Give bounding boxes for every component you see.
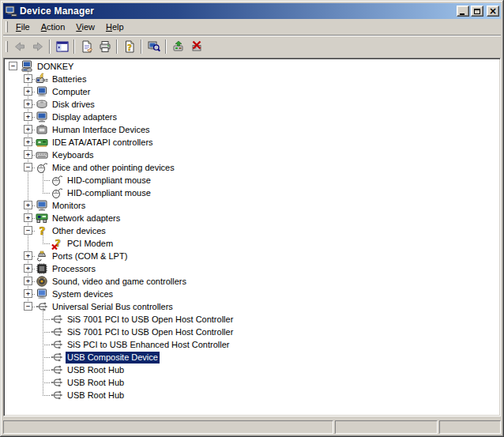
print-icon: [99, 40, 111, 53]
system-device-icon: [36, 288, 48, 300]
expand-toggle[interactable]: +: [24, 289, 32, 298]
hid-icon: [36, 123, 48, 136]
properties-button[interactable]: [77, 38, 96, 55]
usb-icon: [51, 313, 63, 326]
arrow-right-icon: [32, 40, 44, 53]
scan-hardware-button[interactable]: [145, 38, 163, 55]
tree-item: +System devices: [4, 288, 500, 300]
expand-toggle[interactable]: +: [24, 201, 32, 209]
ports-icon: [36, 250, 48, 262]
tree-item-label[interactable]: USB Composite Device: [66, 352, 160, 364]
keyboard-icon: [36, 149, 48, 161]
device-manager-window-icon[interactable]: [5, 5, 17, 17]
sound-icon: [36, 275, 48, 288]
expand-toggle[interactable]: +: [24, 213, 32, 222]
status-bar: [3, 416, 501, 434]
tree-item-label[interactable]: Other devices: [51, 225, 107, 237]
tree-item-label[interactable]: HID-compliant mouse: [66, 187, 152, 199]
tree-item: HID-compliant mouse: [4, 174, 500, 186]
mouse-icon: [36, 161, 48, 174]
tree-item-label[interactable]: Ports (COM & LPT): [51, 251, 129, 262]
tree-gutter: −: [21, 300, 36, 313]
status-pane-2: [439, 420, 501, 434]
tree-item-label[interactable]: PCI Modem: [66, 238, 115, 250]
usb-icon: [36, 300, 48, 313]
tree-item-label[interactable]: SiS 7001 PCI to USB Open Host Controller: [66, 326, 235, 338]
tree-item-label[interactable]: Universal Serial Bus controllers: [51, 301, 175, 313]
menu-action[interactable]: Action: [36, 20, 71, 34]
expand-toggle[interactable]: +: [24, 264, 32, 273]
expand-toggle[interactable]: +: [24, 112, 32, 121]
close-button[interactable]: ×: [487, 6, 499, 17]
expand-toggle[interactable]: +: [24, 100, 32, 108]
help-button[interactable]: ?: [120, 38, 138, 55]
tree-item-label[interactable]: Mice and other pointing devices: [51, 162, 176, 174]
tree-item-label[interactable]: USB Root Hub: [66, 390, 126, 401]
toolbar: ?: [3, 36, 501, 57]
mouse-icon: [51, 186, 63, 199]
tree-item-label[interactable]: Sound, video and game controllers: [51, 276, 188, 288]
tree-item-label[interactable]: USB Root Hub: [66, 377, 126, 389]
tree-item: USB Root Hub: [4, 364, 500, 376]
unknown-device-icon: ?: [36, 224, 48, 237]
expand-toggle[interactable]: +: [24, 277, 32, 285]
update-driver-button[interactable]: [169, 38, 187, 55]
tree-gutter: +: [21, 275, 36, 288]
tree-item-label[interactable]: Network adapters: [51, 213, 122, 224]
tree-gutter: +: [21, 250, 36, 262]
tree-item: +Disk drives: [4, 98, 500, 111]
show-console-tree-button[interactable]: [53, 38, 71, 55]
tree-item-label[interactable]: Monitors: [51, 200, 87, 212]
menubar-gripper[interactable]: [6, 21, 8, 32]
tree-item-label[interactable]: Computer: [51, 86, 92, 98]
collapse-toggle[interactable]: −: [24, 226, 32, 235]
forward-button[interactable]: [28, 38, 47, 55]
tree-item-label[interactable]: Display adapters: [51, 111, 118, 123]
tree-item-label[interactable]: Batteries: [51, 73, 88, 85]
tree-item-label[interactable]: SiS 7001 PCI to USB Open Host Controller: [66, 314, 235, 326]
tree-item-label[interactable]: HID-compliant mouse: [66, 175, 152, 186]
computer-icon: [21, 60, 33, 73]
update-driver-icon: [172, 40, 185, 53]
expand-toggle[interactable]: +: [24, 87, 32, 96]
tree-item-label[interactable]: SiS PCI to USB Enhanced Host Controller: [66, 339, 231, 351]
tree-item-label[interactable]: System devices: [51, 288, 115, 300]
tree-item-label[interactable]: Human Interface Devices: [51, 124, 152, 136]
menu-file[interactable]: File: [10, 20, 36, 34]
expand-toggle[interactable]: +: [24, 74, 32, 83]
tree-item-label[interactable]: DONKEY: [36, 61, 75, 73]
status-pane-0: [3, 420, 333, 434]
tree-item-label[interactable]: Processors: [51, 263, 97, 275]
device-tree: −DONKEY+Batteries+Computer+Disk drives+D…: [3, 58, 501, 416]
tree-item-label[interactable]: Keyboards: [51, 149, 96, 161]
back-button[interactable]: [10, 38, 28, 55]
tree-item: +Monitors: [4, 199, 500, 212]
tree-item-label[interactable]: Disk drives: [51, 99, 96, 111]
tree-gutter: −: [21, 161, 36, 174]
print-button[interactable]: [96, 38, 114, 55]
title-bar: Device Manager ×: [3, 3, 501, 19]
uninstall-button[interactable]: [187, 38, 205, 55]
collapse-toggle[interactable]: −: [24, 163, 32, 171]
help-icon: ?: [123, 40, 136, 53]
minimize-button[interactable]: [457, 6, 469, 17]
toolbar-gripper[interactable]: [6, 41, 8, 52]
toolbar-separator: [116, 40, 118, 54]
maximize-button[interactable]: [471, 6, 483, 17]
toolbar-separator: [73, 40, 75, 54]
menu-help[interactable]: Help: [100, 20, 130, 34]
usb-icon: [51, 376, 63, 389]
collapse-toggle[interactable]: −: [9, 62, 17, 70]
tree-item: +Display adapters: [4, 111, 500, 123]
expand-toggle[interactable]: +: [24, 150, 32, 159]
menu-view[interactable]: View: [70, 20, 100, 34]
tree-gutter: −: [6, 60, 21, 73]
tree-item-label[interactable]: USB Root Hub: [66, 364, 126, 376]
expand-toggle[interactable]: +: [24, 125, 32, 134]
tree-item-label[interactable]: IDE ATA/ATAPI controllers: [51, 137, 155, 149]
network-adapter-icon: [36, 212, 48, 224]
collapse-toggle[interactable]: −: [24, 302, 32, 311]
tree-item: USB Root Hub: [4, 389, 500, 401]
expand-toggle[interactable]: +: [24, 138, 32, 146]
expand-toggle[interactable]: +: [24, 251, 32, 260]
